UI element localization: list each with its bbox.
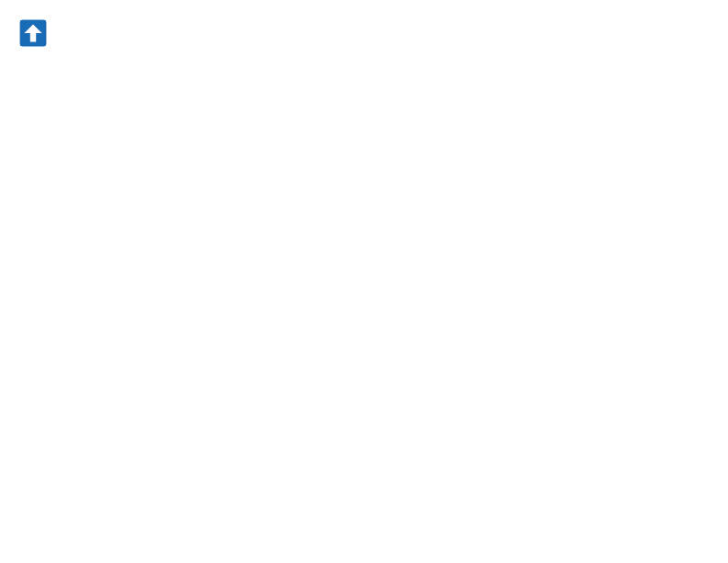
logo	[18, 18, 51, 48]
logo-icon	[18, 18, 48, 48]
page-header	[18, 18, 710, 48]
